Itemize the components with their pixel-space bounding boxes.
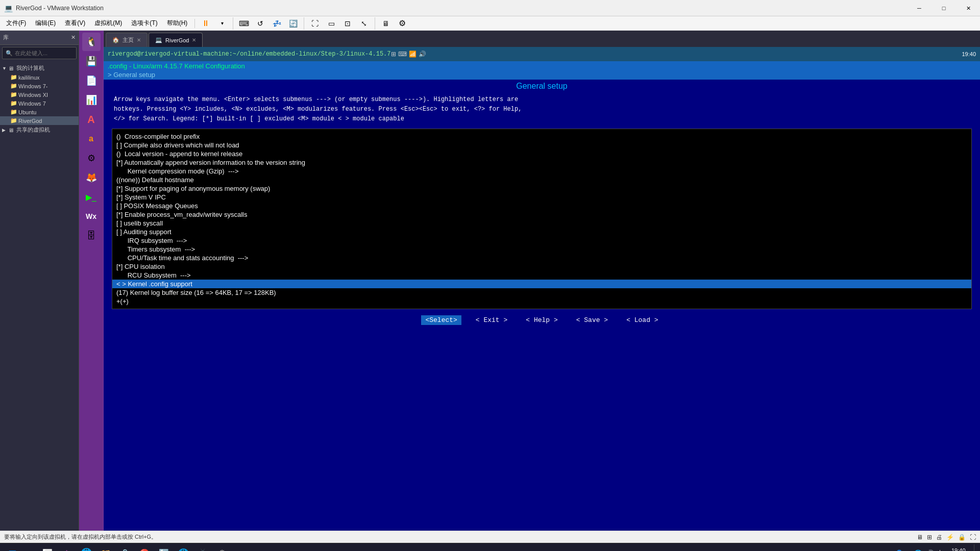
menu-item-6[interactable]: [*] Support for paging of anonymous memo… (112, 184, 971, 193)
menu-file[interactable]: 文件(F) (2, 18, 30, 29)
main-area: 库 ✕ 🔍 ▼ 🖥 我的计算机 📁 kaililinux 📁 Windows 7… (0, 31, 980, 531)
tab-home[interactable]: 🏠 主页 ✕ (106, 33, 148, 47)
toolbar-sep2 (304, 17, 304, 30)
menu-item-11[interactable]: [ ] Auditing support (112, 228, 971, 236)
show-desktop-btn[interactable] (974, 544, 978, 552)
taskbar-app-winamp[interactable]: ❄ (58, 544, 76, 552)
power-on[interactable]: ↺ (253, 16, 268, 31)
taskbar-app-ie[interactable]: 🌐 (77, 544, 95, 552)
menu-help[interactable]: 帮助(H) (163, 18, 192, 29)
menu-item-1[interactable]: [ ] Compile also drivers which will not … (112, 141, 971, 149)
sidebar-item-ubuntu[interactable]: 📁 Ubuntu (0, 108, 79, 116)
terminal-area[interactable]: .config - Linux/arm 4.15.7 Kernel Config… (104, 61, 980, 531)
sidebar-item-win7-1[interactable]: 📁 Windows 7- (0, 82, 79, 90)
close-button[interactable]: ✕ (957, 0, 980, 16)
app-amazon-icon[interactable]: a (82, 130, 101, 148)
menu-item-0[interactable]: () Cross-compiler tool prefix (112, 132, 971, 141)
sidebar-search-box[interactable]: 🔍 (2, 47, 77, 59)
menu-item-16[interactable]: RCU Subsystem ---> (112, 271, 971, 280)
tab-bar: 🏠 主页 ✕ 💻 RiverGod ✕ (104, 31, 980, 47)
menu-item-17-highlighted[interactable]: < > Kernel .config support (112, 280, 971, 288)
vm-icon: 📁 (10, 83, 17, 89)
minimize-button[interactable]: ─ (908, 0, 931, 16)
menu-item-7[interactable]: [*] System V IPC (112, 193, 971, 202)
taskbar-app-red[interactable]: 🔴 (135, 544, 154, 552)
taskbar-app-explorer[interactable]: 📁 (96, 544, 115, 552)
sidebar-item-shared[interactable]: ▶ 🖥 共享的虚拟机 (0, 125, 79, 135)
sidebar-item-kaililinux[interactable]: 📁 kaililinux (0, 73, 79, 82)
search-input[interactable] (15, 50, 73, 56)
menu-item-9[interactable]: [*] Enable process_vm_readv/writev sysca… (112, 210, 971, 219)
save-button[interactable]: < Save > (572, 315, 612, 325)
app-calc-icon[interactable]: 📊 (82, 91, 101, 109)
menu-item-8[interactable]: [ ] POSIX Message Queues (112, 202, 971, 210)
send-ctrl-alt-del[interactable]: ⌨ (236, 16, 252, 31)
console-view[interactable]: 🖥 (378, 16, 394, 31)
toggle-stretch[interactable]: ⤡ (356, 16, 372, 31)
settings[interactable]: ⚙ (395, 16, 410, 31)
menu-item-10[interactable]: [ ] uselib syscall (112, 219, 971, 228)
sidebar-item-win7-2[interactable]: 📁 Windows 7 (0, 99, 79, 108)
app-vmware-icon[interactable]: 💾 (82, 52, 101, 70)
tab-rivergod[interactable]: 💻 RiverGod ✕ (149, 33, 203, 47)
menu-item-2[interactable]: () Local version - append to kernel rele… (112, 149, 971, 158)
menu-item-18[interactable]: (17) Kernel log buffer size (16 => 64KB,… (112, 288, 971, 297)
taskbar-app-cycle[interactable]: 🔄 (155, 544, 173, 552)
toolbar-sep3 (375, 17, 375, 30)
app-writer-icon[interactable]: Wx (82, 207, 101, 226)
sidebar-item-my-computer[interactable]: ▼ 🖥 我的计算机 (0, 63, 79, 73)
app-storage-icon[interactable]: 🗄 (82, 227, 101, 245)
suspend[interactable]: 💤 (269, 16, 284, 31)
menu-item-14[interactable]: CPU/Task time and stats accounting ---> (112, 254, 971, 262)
app-text-icon[interactable]: A (82, 110, 101, 129)
menu-item-15[interactable]: [*] CPU isolation (112, 262, 971, 271)
menu-item-19[interactable]: +(+) (112, 297, 971, 306)
toolbar-dropdown[interactable]: ▾ (214, 16, 230, 31)
start-button[interactable]: ⊞ (2, 544, 22, 552)
clock[interactable]: 19:40 2019/5/28 (947, 547, 970, 551)
taskbar-app-vmware[interactable]: ⚙ (213, 544, 231, 552)
unity[interactable]: ▭ (324, 16, 339, 31)
restart[interactable]: 🔄 (285, 16, 301, 31)
sidebar-item-rivergod[interactable]: 📁 RiverGod (0, 116, 79, 125)
tab-home-close[interactable]: ✕ (137, 37, 141, 43)
sidebar-title: 库 (3, 34, 9, 41)
full-screen[interactable]: ⛶ (307, 16, 323, 31)
taskbar-app-chrome[interactable]: 🌐 (174, 544, 192, 552)
fit-guest[interactable]: ⊡ (340, 16, 355, 31)
menu-item-5[interactable]: ((none)) Default hostname (112, 176, 971, 184)
load-button[interactable]: < Load > (622, 315, 662, 325)
app-firefox-icon[interactable]: 🦊 (82, 168, 101, 187)
menu-edit[interactable]: 编辑(E) (31, 18, 60, 29)
expand-icon: ▼ (2, 66, 7, 71)
status-icon-lock: 🔒 (958, 534, 966, 541)
sidebar-item-label: Ubuntu (18, 109, 36, 115)
select-button[interactable]: <Select> (421, 315, 461, 325)
menu-vm[interactable]: 虚拟机(M) (90, 18, 126, 29)
help-button[interactable]: < Help > (522, 315, 561, 325)
pause-button[interactable]: ⏸ (198, 16, 213, 31)
app-gear-icon[interactable]: ⚙ (82, 149, 101, 167)
app-doc-icon[interactable]: 📄 (82, 71, 101, 90)
vm-icon: 📁 (10, 117, 17, 124)
menu-item-3[interactable]: [*] Automatically append version informa… (112, 158, 971, 167)
maximize-button[interactable]: □ (932, 0, 955, 16)
taskbar-app-security[interactable]: 🔒 (116, 544, 134, 552)
toolbar-sep1 (233, 17, 233, 30)
menu-view[interactable]: 查看(V) (61, 18, 89, 29)
sidebar-close[interactable]: ✕ (71, 34, 76, 41)
app-ubuntu-icon[interactable]: 🐧 (82, 33, 101, 51)
exit-button[interactable]: < Exit > (472, 315, 511, 325)
shared-icon: 🖥 (8, 127, 15, 133)
vm-icon-sound: 🔊 (419, 51, 426, 58)
menu-item-4[interactable]: Kernel compression mode (Gzip) ---> (112, 167, 971, 176)
taskbar-app-browser[interactable]: 📺 (193, 544, 212, 552)
taskbar-search-btn[interactable]: ○ (23, 544, 37, 552)
menu-tabs[interactable]: 选项卡(T) (127, 18, 161, 29)
app-terminal-icon[interactable]: ▶_ (82, 188, 101, 206)
menu-item-12[interactable]: IRQ subsystem ---> (112, 236, 971, 245)
menu-item-13[interactable]: Timers subsystem ---> (112, 245, 971, 254)
sidebar-item-winxi[interactable]: 📁 Windows XI (0, 90, 79, 99)
taskbar-taskview[interactable]: ⬜ (38, 544, 57, 552)
tab-rivergod-close[interactable]: ✕ (192, 37, 196, 43)
